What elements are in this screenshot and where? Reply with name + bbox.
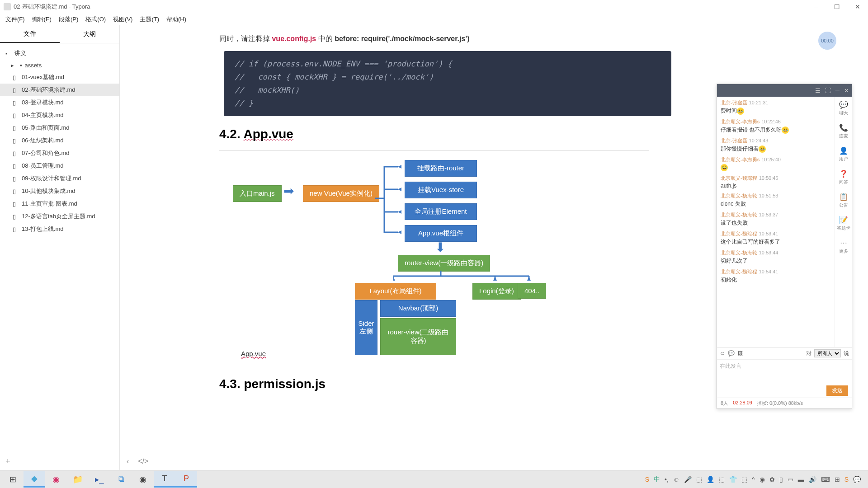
taskbar-vscode[interactable]: ⧉ [110,471,132,488]
tray-icon[interactable]: ⬚ [696,476,702,483]
chat-messages[interactable]: 北京-张鑫磊10:21:31费时间😂北京顺义-李志勇s10:22:46仔细看报错… [717,97,835,347]
file-item[interactable]: ▯13-打包上线.md [0,223,119,235]
add-file-button[interactable]: + [0,453,119,470]
tray-icon[interactable]: ◉ [760,476,765,483]
menu-help[interactable]: 帮助(H) [163,14,190,24]
diagram-router: 挂载路由-router [405,160,477,177]
connector [393,271,533,284]
tray-icon[interactable]: ⊞ [835,476,840,483]
menu-file[interactable]: 文件(F) [2,14,28,24]
minimize-button[interactable]: ─ [806,0,826,14]
content-nav: ‹ </> [127,457,148,465]
menu-edit[interactable]: 编辑(E) [28,14,55,24]
minimize-icon[interactable]: ─ [835,87,840,94]
tab-files[interactable]: 文件 [0,25,60,43]
tray-icon[interactable]: ⬚ [741,476,747,483]
recipient-select[interactable]: 所有人 [814,349,841,357]
chevron-right-icon: ▸ [11,62,17,69]
send-button[interactable]: 发送 [826,385,848,396]
chat-side-连麦[interactable]: 📞连麦 [839,123,848,139]
menu-view[interactable]: 视图(V) [109,14,136,24]
taskbar-powerpoint[interactable]: P [175,471,197,488]
file-icon: ▯ [13,163,19,169]
diagram-layout: Layout(布局组件) [355,283,436,300]
chat-footer: 8人 02:28:09 掉帧: 0(0.0%) 88kb/s [717,398,852,408]
chat-input[interactable]: 在此发言 [717,359,852,384]
menu-theme[interactable]: 主题(T) [136,14,163,24]
file-item[interactable]: ▯12-多语言tab页全屏主题.md [0,210,119,223]
file-item[interactable]: ▯06-组织架构.md [0,134,119,147]
tray-ime-icon[interactable]: S [844,476,849,483]
file-icon: ▯ [13,201,19,207]
arrow-icon: ➡ [283,183,294,198]
maximize-button[interactable]: ☐ [826,0,847,14]
taskbar-powershell[interactable]: ▸_ [89,471,110,488]
close-icon[interactable]: ✕ [844,87,849,94]
close-button[interactable]: ✕ [847,0,868,14]
tray-icon[interactable]: •, [665,476,669,483]
tree-folder[interactable]: ▸▪ assets [0,60,119,71]
file-item[interactable]: ▯04-主页模块.md [0,109,119,122]
tray-notifications-icon[interactable]: 💬 [853,476,861,483]
chat-side-更多[interactable]: ⋯更多 [839,239,848,254]
file-icon: ▯ [13,213,19,220]
file-item[interactable]: ▯08-员工管理.md [0,160,119,172]
timer-badge[interactable]: 00:00 [818,32,836,50]
chat-icon[interactable]: 💬 [728,350,735,357]
tray-icon[interactable]: ⬚ [719,476,725,483]
tray-icon[interactable]: ▯ [779,476,783,483]
taskbar-app[interactable]: ◆ [24,471,45,488]
sidebar: 文件 大纲 ▪讲义 ▸▪ assets ▯01-vuex基础.md ▯02-基础… [0,25,120,470]
file-item[interactable]: ▯09-权限设计和管理.md [0,172,119,185]
taskbar-typora[interactable]: T [154,471,175,488]
window-title: 02-基础环境搭建.md - Typora [14,3,90,11]
back-button[interactable]: ‹ [127,457,129,465]
diagram-sider: Sider 左侧 [355,300,377,355]
taskbar-chrome[interactable]: ◉ [132,471,154,488]
tray-lang[interactable]: 中 [654,475,660,483]
chat-side-答题卡[interactable]: 📝答题卡 [837,216,850,231]
file-item[interactable]: ▯03-登录模块.md [0,96,119,109]
file-icon: ▯ [13,74,19,81]
chat-header: ☰ ⛶ ─ ✕ [717,84,852,97]
chat-side-公告[interactable]: 📋公告 [839,192,848,208]
file-item[interactable]: ▯02-基础环境搭建.md [0,84,119,96]
start-button[interactable]: ⊞ [2,471,24,488]
chat-side-问答[interactable]: ❓问答 [839,169,848,185]
taskbar-app[interactable]: ◉ [45,471,67,488]
tray-battery-icon[interactable]: ▬ [798,476,804,483]
tray-icon[interactable]: 👤 [707,476,714,483]
tray-network-icon[interactable]: ▭ [788,476,793,483]
diagram-approot: App.vue根组件 [405,225,477,242]
tray-shirt-icon[interactable]: 👕 [729,476,737,483]
app-icon [4,3,11,10]
image-icon[interactable]: 🖼 [737,350,743,357]
tray-icon[interactable]: ☺ [673,476,679,483]
taskbar-explorer[interactable]: 📁 [67,471,89,488]
file-item[interactable]: ▯01-vuex基础.md [0,71,119,84]
tray-volume-icon[interactable]: 🔊 [809,476,816,483]
file-icon: ▯ [13,87,19,94]
tray-keyboard-icon[interactable]: ⌨ [821,476,830,483]
tray-ime-icon[interactable]: S [645,476,649,483]
emoji-icon[interactable]: ☺ [720,350,725,357]
tab-outline[interactable]: 大纲 [60,25,119,43]
maximize-icon[interactable]: ⛶ [825,87,831,94]
menu-icon[interactable]: ☰ [815,87,821,94]
tray-mic-icon[interactable]: 🎤 [684,476,692,483]
file-item[interactable]: ▯05-路由和页面.md [0,122,119,134]
menu-format[interactable]: 格式(O) [82,14,109,24]
tray-icon[interactable]: ✿ [769,476,775,483]
file-icon: ▯ [13,112,19,119]
tray-chevron-up-icon[interactable]: ^ [752,476,755,483]
file-item[interactable]: ▯10-其他模块集成.md [0,185,119,197]
code-toggle-button[interactable]: </> [138,457,148,465]
diagram-routerview2: rouer-view(二级路由容器) [380,318,456,355]
file-item[interactable]: ▯07-公司和角色.md [0,147,119,160]
chat-side-用户[interactable]: 👤用户 [839,146,848,162]
connector [375,164,402,237]
menu-paragraph[interactable]: 段落(P) [55,14,82,24]
file-item[interactable]: ▯11-主页审批-图表.md [0,197,119,210]
tree-root[interactable]: ▪讲义 [0,47,119,60]
chat-side-聊天[interactable]: 💬聊天 [839,100,848,116]
